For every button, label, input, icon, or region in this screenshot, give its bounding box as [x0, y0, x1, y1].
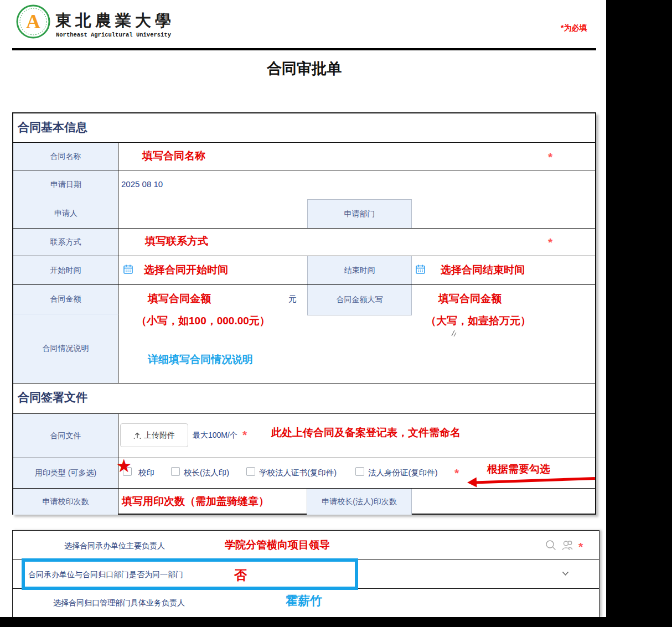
- note-amount-uppercase: （大写，如壹拾万元）: [426, 314, 531, 328]
- required-mark: *: [548, 151, 552, 163]
- checkbox-label-seal-school[interactable]: 校印: [138, 468, 154, 478]
- logo-chinese-name: 東北農業大學: [55, 10, 175, 32]
- section-title-sign-files: 合同签署文件: [18, 390, 87, 405]
- hint-seal-count[interactable]: 填写用印次数（需加盖骑缝章）: [122, 494, 269, 509]
- section-title-basic-info: 合同基本信息: [18, 120, 87, 135]
- checkbox-seal-president[interactable]: [171, 467, 180, 476]
- chevron-down-icon[interactable]: [562, 571, 569, 576]
- required-mark: *: [548, 236, 552, 248]
- upload-button-label: 上传附件: [144, 431, 175, 441]
- checkbox-legal-cert[interactable]: [246, 467, 255, 476]
- contract-form-table: 合同基本信息 合同名称 填写合同名称 * 申请日期 申请人 2025 08 10…: [12, 112, 596, 515]
- logo-english-name: Northeast Agricultural University: [56, 32, 171, 38]
- upload-icon: [133, 432, 141, 439]
- hint-contract-name[interactable]: 填写合同名称: [142, 149, 205, 163]
- label-unit-leader: 选择合同承办单位主要负责人: [64, 541, 165, 551]
- file-size-limit: 最大100M/个: [193, 431, 237, 441]
- hint-amount[interactable]: 填写合同金额: [148, 292, 211, 306]
- label-applicant: 申请人: [13, 209, 118, 219]
- hint-start-time[interactable]: 选择合同开始时间: [144, 263, 228, 277]
- label-amount-caps: 合同金额大写: [307, 285, 412, 315]
- checkbox-legal-id[interactable]: [355, 467, 364, 476]
- row-divider: [13, 383, 595, 384]
- dept-manager-value[interactable]: 霍薪竹: [286, 593, 322, 609]
- bottom-black-mask: [0, 617, 672, 627]
- approver-table: 选择合同承办单位主要负责人 学院分管横向项目领导 * 合同承办单位与合同归口部门…: [12, 530, 599, 617]
- required-mark: *: [578, 541, 583, 552]
- page: A 東北農業大學 Northeast Agricultural Universi…: [0, 0, 672, 627]
- annotation-star-icon: ★: [116, 457, 132, 475]
- label-seal-type: 用印类型 (可多选): [13, 458, 118, 488]
- annotation-arrow-left-icon: [467, 474, 596, 488]
- label-amount: 合同金额: [13, 285, 118, 314]
- label-dept-manager: 选择合同归口管理部门具体业务负责人: [53, 598, 185, 608]
- required-note: *为必填: [561, 23, 587, 33]
- label-contract-file: 合同文件: [13, 414, 118, 458]
- hint-contact[interactable]: 填写联系方式: [145, 234, 208, 248]
- header-divider: [12, 48, 596, 50]
- right-black-mask: [606, 0, 672, 627]
- label-president-seal-count: 申请校长(法人)印次数: [307, 489, 412, 515]
- textarea-resize-handle[interactable]: [449, 329, 457, 337]
- label-end-time: 结束时间: [307, 256, 412, 284]
- annotation-highlight-box: [22, 558, 358, 590]
- checkbox-label-legal-id[interactable]: 法人身份证(复印件): [368, 468, 438, 478]
- search-icon[interactable]: [545, 539, 557, 551]
- required-mark: *: [242, 429, 247, 441]
- label-contract-name: 合同名称: [13, 143, 118, 170]
- required-mark: *: [454, 467, 459, 479]
- note-amount-lowercase: （小写，如100，000.00元）: [136, 314, 270, 328]
- select-user-icon[interactable]: [561, 539, 575, 551]
- label-contact: 联系方式: [13, 229, 118, 256]
- label-apply-dept: 申请部门: [307, 199, 412, 228]
- amount-unit: 元: [288, 294, 297, 304]
- label-start-time: 开始时间: [13, 256, 118, 284]
- label-block-date-applicant: [13, 170, 118, 228]
- svg-text:A: A: [26, 11, 40, 33]
- hint-contract-file: 此处上传合同及备案登记表，文件需命名: [271, 426, 461, 440]
- upload-attachment-button[interactable]: 上传附件: [120, 423, 188, 447]
- calendar-icon[interactable]: [123, 264, 133, 274]
- hint-situation[interactable]: 详细填写合同情况说明: [148, 353, 253, 367]
- label-seal-count: 申请校印次数: [13, 489, 118, 515]
- hint-end-time[interactable]: 选择合同结束时间: [441, 263, 525, 277]
- calendar-icon[interactable]: [415, 264, 426, 274]
- hint-amount-caps[interactable]: 填写合同金额: [438, 292, 502, 306]
- page-title: 合同审批单: [12, 59, 596, 79]
- hint-seal-type: 根据需要勾选: [487, 462, 550, 476]
- label-situation: 合同情况说明: [13, 314, 118, 383]
- university-logo-icon: A: [15, 4, 51, 39]
- checkbox-label-seal-president[interactable]: 校长(法人印): [184, 468, 229, 478]
- apply-date-value[interactable]: 2025 08 10: [121, 179, 163, 189]
- checkbox-label-legal-cert[interactable]: 学校法人证书(复印件): [259, 468, 337, 478]
- hint-unit-leader: 学院分管横向项目领导: [225, 538, 330, 552]
- label-apply-date: 申请日期: [13, 180, 118, 190]
